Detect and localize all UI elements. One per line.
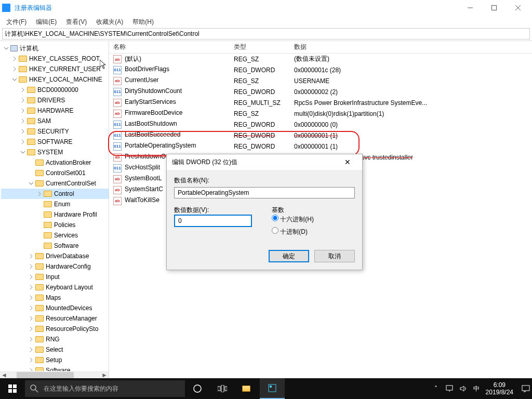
list-header[interactable]: 名称 类型 数据 xyxy=(109,41,532,54)
tree-node[interactable]: Setup xyxy=(1,355,109,365)
cancel-button[interactable]: 取消 xyxy=(314,250,355,262)
folder-icon xyxy=(35,284,44,290)
list-item[interactable]: ab(默认) REG_SZ (数值未设置) xyxy=(109,54,532,64)
tree-node[interactable]: SAM xyxy=(1,116,109,126)
address-bar[interactable]: 计算机\HKEY_LOCAL_MACHINE\SYSTEM\CurrentCon… xyxy=(2,28,530,39)
list-item[interactable]: abFirmwareBootDevice REG_SZ multi(0)disk… xyxy=(109,108,532,119)
string-value-icon: ab xyxy=(113,153,122,162)
menu-file[interactable]: 文件(F) xyxy=(3,17,30,28)
svg-point-10 xyxy=(194,385,201,392)
tree-node[interactable]: Select xyxy=(1,344,109,355)
svg-rect-5 xyxy=(13,384,17,388)
svg-rect-6 xyxy=(8,389,12,393)
folder-icon xyxy=(44,243,52,249)
tree-node[interactable]: 计算机 xyxy=(1,43,109,54)
key-tree[interactable]: 计算机HKEY_CLASSES_ROOTHKEY_CURRENT_USERHKE… xyxy=(0,41,109,379)
tree-node[interactable]: RNG xyxy=(1,334,109,344)
svg-rect-18 xyxy=(522,385,529,391)
taskview-icon[interactable] xyxy=(210,378,235,399)
dialog-close-button[interactable]: ✕ xyxy=(338,154,357,170)
tree-node[interactable]: HARDWARE xyxy=(1,105,109,116)
folder-icon xyxy=(35,315,44,322)
tree-node[interactable]: Input xyxy=(1,272,109,282)
start-button[interactable] xyxy=(0,378,25,399)
dword-value-icon: 011 xyxy=(113,88,122,96)
network-icon[interactable] xyxy=(445,384,454,393)
tree-node[interactable]: Enum xyxy=(1,199,109,209)
tree-node[interactable]: Keyboard Layout xyxy=(1,282,109,292)
folder-icon xyxy=(35,295,44,301)
tree-node[interactable]: MountedDevices xyxy=(1,303,109,313)
menu-help[interactable]: 帮助(H) xyxy=(129,17,157,28)
string-value-icon: ab xyxy=(113,99,122,107)
list-item[interactable]: 011PortableOperatingSystem REG_DWORD 0x0… xyxy=(109,141,532,152)
tree-node[interactable]: ResourceManager xyxy=(1,313,109,324)
folder-icon xyxy=(27,118,35,124)
radix-hex-radio[interactable]: 十六进制(H) xyxy=(272,215,355,224)
radix-dec-radio[interactable]: 十进制(D) xyxy=(272,227,355,236)
list-item[interactable]: abCurrentUser REG_SZ USERNAME xyxy=(109,75,532,86)
tree-node[interactable]: ResourcePolicySto xyxy=(1,324,109,334)
list-item[interactable]: 011LastBootSucceeded REG_DWORD 0x0000000… xyxy=(109,130,532,141)
value-data-field[interactable] xyxy=(174,215,252,227)
list-item[interactable]: 011BootDriverFlags REG_DWORD 0x0000001c … xyxy=(109,64,532,75)
cortana-icon[interactable] xyxy=(185,378,210,399)
address-text: 计算机\HKEY_LOCAL_MACHINE\SYSTEM\CurrentCon… xyxy=(5,30,200,38)
svg-line-9 xyxy=(35,390,38,392)
list-item[interactable]: 011LastBootShutdown REG_DWORD 0x00000000… xyxy=(109,119,532,130)
tree-node[interactable]: BCD00000000 xyxy=(1,85,109,95)
tree-node[interactable]: SOFTWARE xyxy=(1,137,109,147)
col-data[interactable]: 数据 xyxy=(290,43,532,51)
folder-icon xyxy=(35,274,44,280)
tree-node[interactable]: Hardware Profil xyxy=(1,209,109,220)
tree-node[interactable]: Maps xyxy=(1,292,109,303)
folder-icon xyxy=(35,170,44,176)
tree-node[interactable]: ControlSet001 xyxy=(1,168,109,178)
tree-node[interactable]: Services xyxy=(1,230,109,241)
tree-node[interactable]: SYSTEM xyxy=(1,147,109,157)
menu-view[interactable]: 查看(V) xyxy=(63,17,90,28)
svg-point-8 xyxy=(31,385,36,390)
tray-chevron-icon[interactable]: ˄ xyxy=(432,384,440,393)
ime-indicator[interactable]: 中 xyxy=(472,384,481,393)
tree-node[interactable]: HKEY_CURRENT_USER xyxy=(1,64,109,74)
tree-node[interactable]: Policies xyxy=(1,220,109,230)
folder-icon xyxy=(44,191,52,197)
taskbar-search[interactable]: 在这里输入你要搜索的内容 xyxy=(25,380,185,397)
computer-icon xyxy=(10,45,18,51)
tree-node[interactable]: Software xyxy=(1,241,109,251)
col-name[interactable]: 名称 xyxy=(109,43,230,51)
minimize-button[interactable] xyxy=(458,0,482,16)
string-value-icon: ab xyxy=(113,110,122,118)
menu-favorites[interactable]: 收藏夹(A) xyxy=(93,17,126,28)
value-name-field[interactable] xyxy=(174,187,355,198)
tree-node[interactable]: DriverDatabase xyxy=(1,251,109,261)
tree-node[interactable]: HKEY_CLASSES_ROOT xyxy=(1,54,109,64)
regedit-taskbar-icon[interactable] xyxy=(260,378,285,399)
taskbar[interactable]: 在这里输入你要搜索的内容 ˄ 中 6:09 2019/8/24 xyxy=(0,378,532,399)
folder-icon xyxy=(35,253,44,259)
tree-node[interactable]: ActivationBroker xyxy=(1,157,109,168)
dialog-titlebar[interactable]: 编辑 DWORD (32 位)值 ✕ xyxy=(167,154,362,170)
tree-node[interactable]: CurrentControlSet xyxy=(1,178,109,189)
maximize-button[interactable] xyxy=(482,0,506,16)
tree-node[interactable]: HardwareConfig xyxy=(1,261,109,272)
string-value-icon: ab xyxy=(113,186,122,194)
close-button[interactable] xyxy=(506,0,530,16)
menu-edit[interactable]: 编辑(E) xyxy=(33,17,60,28)
folder-icon xyxy=(35,336,44,342)
volume-icon[interactable] xyxy=(459,384,467,393)
ok-button[interactable]: 确定 xyxy=(269,250,309,262)
explorer-icon[interactable] xyxy=(235,378,260,399)
tree-node[interactable]: HKEY_LOCAL_MACHINE xyxy=(1,74,109,85)
clock[interactable]: 6:09 2019/8/24 xyxy=(486,381,516,396)
list-item[interactable]: abEarlyStartServices REG_MULTI_SZ RpcSs … xyxy=(109,97,532,108)
col-type[interactable]: 类型 xyxy=(230,43,290,51)
tree-node[interactable]: DRIVERS xyxy=(1,95,109,105)
system-tray[interactable]: ˄ 中 6:09 2019/8/24 xyxy=(432,381,532,396)
folder-icon xyxy=(27,108,35,114)
tree-node[interactable]: SECURITY xyxy=(1,126,109,137)
list-item[interactable]: 011DirtyShutdownCount REG_DWORD 0x000000… xyxy=(109,86,532,97)
action-center-icon[interactable] xyxy=(522,384,530,393)
tree-node[interactable]: Control xyxy=(1,189,109,199)
